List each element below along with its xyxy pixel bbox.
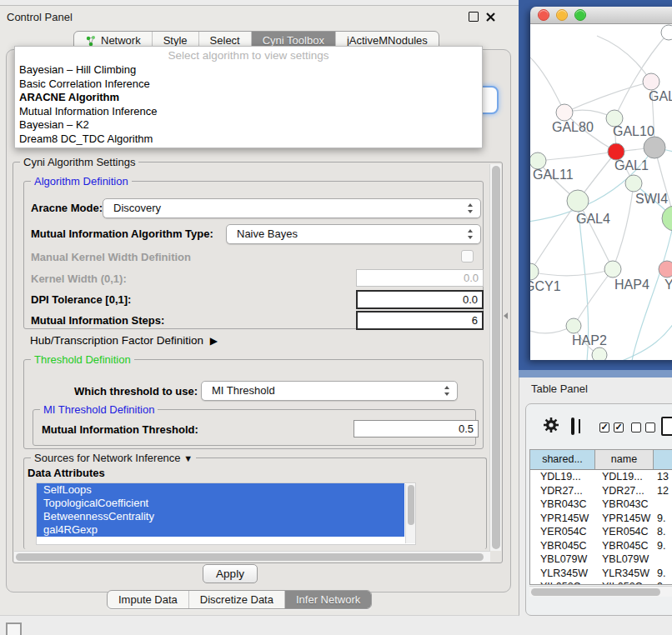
float-panel-icon[interactable] xyxy=(469,12,479,22)
table-row[interactable]: YDL19...YDL19...13 xyxy=(530,470,672,484)
network-node-gal[interactable] xyxy=(643,73,659,90)
network-edge xyxy=(597,36,651,82)
close-window-icon[interactable] xyxy=(538,9,549,21)
network-node-gcy1[interactable] xyxy=(530,263,539,280)
hub-definition-header[interactable]: Hub/Transcription Factor Definition ▶ xyxy=(30,334,214,347)
select-all-checks-icon[interactable] xyxy=(599,421,628,436)
table-row[interactable]: YBR045CYBR045C9. xyxy=(530,539,672,553)
panel-corner-icon[interactable] xyxy=(6,622,22,635)
network-edge xyxy=(622,306,672,360)
table-row[interactable]: YER054CYER054C8. xyxy=(530,525,672,539)
collapse-arrow-icon[interactable]: ▼ xyxy=(183,453,193,463)
network-edge xyxy=(564,82,651,112)
network-edge xyxy=(538,152,616,161)
table-row[interactable]: YPR145WYPR145W9. xyxy=(530,512,672,526)
column-header-shared-name[interactable]: shared... xyxy=(530,450,595,469)
network-node-y[interactable] xyxy=(659,261,672,278)
table-row[interactable]: YDR27...YDR27...12 xyxy=(530,484,672,498)
kernel-width-field[interactable]: 0.0 xyxy=(356,269,484,287)
sources-group-title[interactable]: Sources for Network Inference ▼ xyxy=(31,452,196,464)
screen: Control Panel Network Style Select Cyni … xyxy=(0,0,672,635)
minimize-window-icon[interactable] xyxy=(556,9,568,21)
table-panel: shared... name YDL19...YDL19...13 YDR27.… xyxy=(525,403,672,616)
network-node-swi4[interactable] xyxy=(625,175,642,192)
deselect-all-checks-icon[interactable] xyxy=(631,421,659,436)
cell: YER054C xyxy=(530,525,595,539)
cell: YBL079W xyxy=(530,552,595,567)
close-panel-icon[interactable] xyxy=(486,12,495,22)
table-row[interactable]: YLR345WYLR345W9. xyxy=(530,567,672,581)
table-horizontal-scrollbar[interactable] xyxy=(529,586,672,597)
dpi-tolerance-field[interactable]: 0.0 xyxy=(356,290,484,309)
menu-item-dream8[interactable]: Dream8 DC_TDC Algorithm xyxy=(15,132,482,147)
network-node-label: GAL11 xyxy=(533,168,574,182)
attribute-list-scrollbar[interactable] xyxy=(405,484,415,543)
manual-kernel-checkbox[interactable] xyxy=(461,250,474,262)
list-item[interactable]: SelfLoops xyxy=(37,483,404,497)
network-node[interactable] xyxy=(592,348,607,360)
settings-vertical-scrollbar-thumb[interactable] xyxy=(492,166,500,549)
table-row[interactable]: YBL079WYBL079W xyxy=(530,552,672,567)
zoom-window-icon[interactable] xyxy=(574,9,586,21)
network-node-gal80[interactable] xyxy=(556,104,573,121)
column-header-name[interactable]: name xyxy=(595,450,654,469)
panel-resize-handle[interactable] xyxy=(504,312,508,319)
tab-discretize-data[interactable]: Discretize Data xyxy=(188,591,284,608)
cell: 9. xyxy=(654,580,672,584)
table-row[interactable]: YBR043CYBR043C xyxy=(530,498,672,512)
mi-type-label: Mutual Information Algorithm Type: xyxy=(31,228,213,240)
network-node[interactable] xyxy=(662,206,672,231)
dpi-tolerance-label: DPI Tolerance [0,1]: xyxy=(31,293,131,306)
apply-button[interactable]: Apply xyxy=(203,564,258,583)
table-row[interactable]: YIL052CYIL052C9. xyxy=(530,580,672,584)
aracne-mode-select[interactable]: Discovery xyxy=(103,198,481,218)
network-edge xyxy=(574,269,613,326)
sources-group: Sources for Network Inference ▼ Data Att… xyxy=(23,458,487,549)
columns-icon[interactable] xyxy=(571,418,574,435)
settings-vertical-scrollbar[interactable] xyxy=(489,164,501,551)
expand-arrow-icon[interactable]: ▶ xyxy=(210,335,218,347)
menu-item-basic-correlation[interactable]: Basic Correlation Inference xyxy=(15,78,482,92)
network-node-hap4[interactable] xyxy=(604,261,621,278)
list-item[interactable]: gal4RGexp xyxy=(37,523,404,537)
network-node-gal1[interactable] xyxy=(608,143,624,160)
mi-threshold-field[interactable]: 0.5 xyxy=(354,420,479,438)
network-node-label: HAP4 xyxy=(614,278,649,292)
list-item[interactable]: BetweennessCentrality xyxy=(37,510,404,523)
data-attributes-list: SelfLoops TopologicalCoefficient Between… xyxy=(36,482,416,545)
settings-horizontal-scrollbar-thumb[interactable] xyxy=(16,553,484,561)
attribute-list-scrollbar-thumb[interactable] xyxy=(408,485,414,525)
tab-impute-data[interactable]: Impute Data xyxy=(108,591,188,608)
cell: YDL19... xyxy=(595,470,654,484)
network-edge xyxy=(530,201,578,272)
mi-type-select[interactable]: Naive Bayes xyxy=(226,224,481,244)
network-node[interactable] xyxy=(661,25,672,40)
mi-steps-field[interactable]: 6 xyxy=(356,311,484,330)
network-node-label: GAL1 xyxy=(614,158,649,172)
cell: YBR045C xyxy=(530,539,595,553)
network-node[interactable] xyxy=(644,137,665,158)
gear-icon[interactable] xyxy=(543,417,559,437)
tab-infer-network[interactable]: Infer Network xyxy=(284,591,371,608)
list-item[interactable]: TopologicalCoefficient xyxy=(37,497,404,510)
menu-item-aracne[interactable]: ARACNE Algorithm xyxy=(15,91,482,105)
network-window-titlebar[interactable] xyxy=(530,7,672,24)
table-rows: YDL19...YDL19...13 YDR27...YDR27...12 YB… xyxy=(530,470,672,584)
network-node-label: GAL10 xyxy=(613,124,654,138)
menu-item-mutual-information[interactable]: Mutual Information Inference xyxy=(15,105,482,119)
network-node-gal11[interactable] xyxy=(530,152,546,169)
column-header-partial[interactable] xyxy=(654,450,672,469)
table-horizontal-scrollbar-thumb[interactable] xyxy=(531,588,660,596)
menu-item-bayesian-hill-climbing[interactable]: Bayesian – Hill Climbing xyxy=(15,63,482,78)
network-edge xyxy=(530,58,564,112)
which-threshold-select[interactable]: MI Threshold xyxy=(201,381,458,401)
document-icon[interactable] xyxy=(661,417,672,436)
settings-horizontal-scrollbar[interactable] xyxy=(14,551,490,562)
menu-item-bayesian-k2[interactable]: Bayesian – K2 xyxy=(15,118,482,132)
network-node-gal4[interactable] xyxy=(567,190,589,212)
network-canvas[interactable]: GALGAL80GAL10GAL1GAL11SWI4GAL4GCY1HAP4YH… xyxy=(530,24,672,360)
network-node-hap2[interactable] xyxy=(566,318,581,333)
cell: YBR043C xyxy=(595,498,654,512)
network-node-label: GAL4 xyxy=(576,212,610,226)
manual-kernel-label: Manual Kernel Width Definition xyxy=(31,251,191,263)
